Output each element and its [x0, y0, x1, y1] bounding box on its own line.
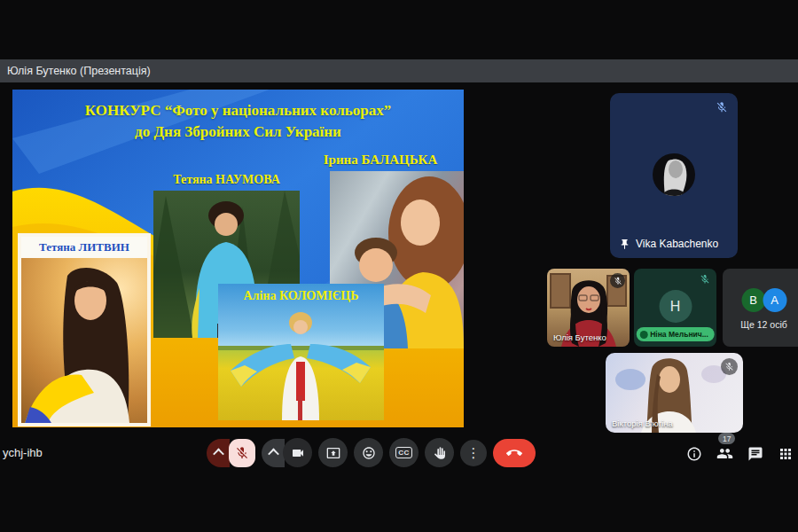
pill-icon [639, 331, 647, 339]
captions-button[interactable]: CC [389, 438, 419, 467]
more-options-button[interactable]: ⋮ [460, 440, 487, 466]
leave-call-button[interactable] [493, 439, 536, 467]
photo-caption-lytvyn: Тетяна ЛИТВИН [21, 237, 147, 258]
participant-name: Vika Kabachenko [636, 238, 718, 250]
meeting-panel-buttons: 17 [686, 445, 794, 462]
mic-muted-icon [716, 101, 728, 113]
shared-presentation[interactable]: КОНКУРС “Фото у національних кольорах” д… [12, 90, 464, 427]
call-end-icon [506, 445, 522, 461]
slide-photo-kolomiiets: Аліна КОЛОМІЄЦЬ [218, 284, 384, 420]
slide-title-line1: КОНКУРС “Фото у національних кольорах” [12, 100, 464, 121]
participant-name: Юлія Бутенко [553, 332, 606, 342]
present-button[interactable] [318, 438, 348, 467]
tile-nina-melnych[interactable]: Н Ніна Мельнич... [634, 269, 716, 347]
slide-title: КОНКУРС “Фото у національних кольорах” д… [12, 100, 464, 143]
present-icon [326, 446, 340, 460]
presenter-bar: Юлія Бутенко (Презентація) [0, 59, 798, 82]
mic-control-group [207, 439, 255, 467]
mic-muted-icon [700, 274, 710, 285]
tile-more-participants[interactable]: В А Ще 12 осіб [723, 269, 798, 347]
activities-button[interactable] [778, 446, 794, 462]
slide-title-line2: до Дня Збройних Сил України [12, 121, 464, 143]
chevron-up-icon [213, 449, 224, 460]
avatar [653, 153, 695, 196]
hand-icon [433, 446, 447, 460]
presenter-label: Юлія Бутенко (Презентація) [7, 65, 151, 77]
photo-caption-balatska: Ірина БАЛАЦЬКА [305, 153, 456, 168]
tile-name-row: Vika Kabachenko [619, 238, 718, 250]
initial-avatar-green: В [741, 288, 765, 312]
overflow-count-label: Ще 12 осіб [723, 319, 798, 330]
overflow-avatars: В А [741, 288, 786, 312]
initial-avatar: Н [659, 290, 692, 323]
call-controls: CC ⋮ [207, 438, 536, 467]
people-icon [716, 445, 733, 462]
mic-mute-button[interactable] [229, 439, 255, 467]
avatar-photo [653, 153, 695, 196]
raise-hand-button[interactable] [425, 438, 454, 467]
tile-yulia-butenko[interactable]: Юлія Бутенко [547, 269, 630, 347]
photo-figure-kolomiiets [218, 284, 384, 420]
meeting-details-button[interactable] [686, 446, 702, 462]
meeting-code: ychj-ihb [3, 446, 43, 459]
initial-avatar-blue: А [763, 288, 786, 312]
chevron-up-icon [268, 449, 279, 460]
tile-viktoria-viugina[interactable]: Вікторія В'югіна [606, 353, 743, 433]
participants-count-badge: 17 [718, 433, 735, 444]
participant-name: Ніна Мельнич... [650, 330, 708, 339]
camera-icon [291, 446, 305, 460]
camera-options-chevron[interactable] [262, 439, 285, 467]
mic-off-icon [235, 446, 249, 460]
more-dots-icon: ⋮ [467, 445, 481, 461]
camera-button[interactable] [283, 438, 312, 467]
photo-caption-naumova: Тетяна НАУМОВА [153, 173, 300, 187]
captions-icon: CC [395, 447, 411, 458]
active-speaker-pill: Ніна Мельнич... [636, 327, 715, 341]
tile-vika-kabachenko[interactable]: Vika Kabachenko [610, 93, 738, 258]
mic-muted-icon [610, 273, 625, 288]
camera-control-group [262, 438, 312, 467]
meet-window: Юлія Бутенко (Презентація) КОНКУРС “Фот [0, 0, 798, 532]
emoji-icon [362, 446, 376, 460]
info-icon [686, 446, 702, 462]
mic-options-chevron[interactable] [207, 439, 230, 467]
slide-photo-lytvyn: Тетяна ЛИТВИН [18, 233, 151, 426]
apps-grid-icon [778, 446, 794, 462]
photo-caption-kolomiiets: Аліна КОЛОМІЄЦЬ [218, 289, 384, 303]
photo-figure-lytvyn [21, 258, 147, 423]
chat-button[interactable] [747, 446, 763, 462]
pin-icon [619, 239, 630, 250]
chat-icon [747, 446, 763, 462]
reactions-button[interactable] [354, 438, 383, 467]
mic-muted-icon [721, 358, 738, 375]
people-button[interactable]: 17 [716, 445, 733, 462]
participant-name: Вікторія В'югіна [612, 419, 673, 428]
